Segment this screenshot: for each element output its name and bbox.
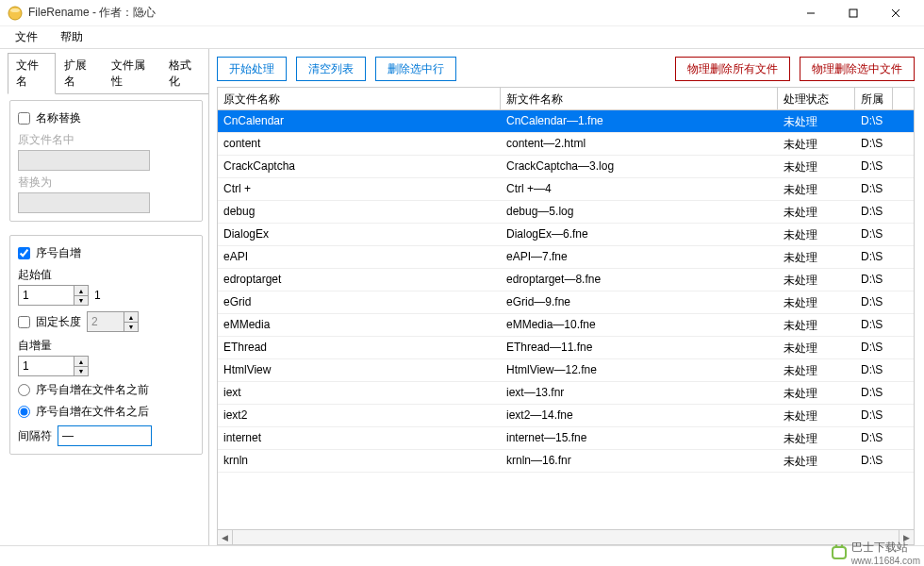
cell-new: eAPI—7.fne: [501, 246, 778, 268]
table-row[interactable]: eGrideGrid—9.fne未处理D:\S: [218, 291, 914, 314]
cell-status: 未处理: [778, 405, 855, 426]
table-row[interactable]: CnCalendarCnCalendar—1.fne未处理D:\S: [218, 110, 914, 133]
cell-dir: D:\S: [855, 246, 893, 268]
tab-format[interactable]: 格式化: [160, 53, 208, 94]
cell-old: eGrid: [218, 291, 501, 313]
cell-old: DialogEx: [218, 224, 501, 245]
fixed-length-checkbox-input[interactable]: [18, 316, 30, 328]
table-row[interactable]: iextiext—13.fnr未处理D:\S: [218, 382, 914, 405]
start-value-input[interactable]: [18, 285, 74, 306]
delete-selected-button[interactable]: 删除选中行: [375, 57, 456, 81]
minimize-button[interactable]: [789, 0, 832, 26]
table-row[interactable]: iext2iext2—14.fne未处理D:\S: [218, 405, 914, 427]
tab-filename[interactable]: 文件名: [8, 53, 56, 94]
table-row[interactable]: CrackCaptchaCrackCaptcha—3.log未处理D:\S: [218, 156, 914, 178]
cell-new: edroptarget—8.fne: [501, 269, 778, 291]
cell-old: debug: [218, 201, 501, 223]
sequence-checkbox[interactable]: 序号自增: [18, 245, 194, 261]
cell-status: 未处理: [778, 359, 855, 381]
sidebar-tabs: 文件名 扩展名 文件属性 格式化: [8, 53, 208, 94]
start-value-down[interactable]: ▼: [74, 295, 89, 306]
start-value-label: 起始值: [18, 267, 194, 283]
increment-input[interactable]: [18, 356, 74, 376]
status-bar: [0, 545, 924, 566]
table-row[interactable]: debugdebug—5.log未处理D:\S: [218, 201, 914, 224]
cell-dir: D:\S: [855, 110, 893, 132]
fixed-length-checkbox[interactable]: 固定长度: [18, 314, 81, 330]
watermark-icon: [831, 544, 848, 561]
cell-status: 未处理: [778, 224, 855, 245]
cell-dir: D:\S: [855, 156, 893, 177]
start-button[interactable]: 开始处理: [217, 57, 287, 81]
maximize-button[interactable]: [832, 0, 874, 26]
table-row[interactable]: edroptargetedroptarget—8.fne未处理D:\S: [218, 269, 914, 291]
cell-dir: D:\S: [855, 133, 893, 155]
table-row[interactable]: contentcontent—2.html未处理D:\S: [218, 133, 914, 156]
table-header: 原文件名称 新文件名称 处理状态 所属: [218, 88, 914, 110]
close-button[interactable]: [874, 0, 916, 26]
tab-attributes[interactable]: 文件属性: [103, 53, 160, 94]
tab-extension[interactable]: 扩展名: [56, 53, 104, 94]
radio-after[interactable]: 序号自增在文件名之后: [18, 404, 194, 420]
radio-before[interactable]: 序号自增在文件名之前: [18, 382, 194, 398]
th-old[interactable]: 原文件名称: [218, 88, 501, 109]
cell-new: krnln—16.fnr: [501, 450, 778, 472]
separator-input[interactable]: [58, 425, 152, 446]
svg-rect-6: [833, 547, 846, 558]
radio-before-label: 序号自增在文件名之前: [36, 382, 149, 398]
table-row[interactable]: eMMediaeMMedia—10.fne未处理D:\S: [218, 314, 914, 337]
table-row[interactable]: DialogExDialogEx—6.fne未处理D:\S: [218, 224, 914, 246]
menu-file[interactable]: 文件: [6, 27, 47, 47]
cell-old: internet: [218, 427, 501, 449]
table-row[interactable]: Ctrl +Ctrl +—4未处理D:\S: [218, 178, 914, 201]
svg-rect-3: [850, 9, 857, 17]
cell-status: 未处理: [778, 314, 855, 336]
th-new[interactable]: 新文件名称: [501, 88, 778, 109]
cell-old: CnCalendar: [218, 110, 501, 132]
cell-old: iext2: [218, 405, 501, 426]
svg-point-7: [834, 544, 836, 546]
replace-from-label: 原文件名中: [18, 132, 194, 148]
cell-old: krnln: [218, 450, 501, 472]
clear-button[interactable]: 清空列表: [296, 57, 366, 81]
horizontal-scrollbar[interactable]: ◀ ▶: [218, 529, 914, 544]
replace-to-label: 替换为: [18, 175, 194, 191]
sequence-checkbox-input[interactable]: [18, 247, 30, 259]
cell-dir: D:\S: [855, 269, 893, 291]
cell-new: eMMedia—10.fne: [501, 314, 778, 336]
menu-help[interactable]: 帮助: [51, 27, 92, 47]
table-row[interactable]: internetinternet—15.fne未处理D:\S: [218, 427, 914, 450]
cell-old: eAPI: [218, 246, 501, 268]
cell-old: HtmlView: [218, 359, 501, 381]
replace-checkbox-label: 名称替换: [36, 110, 81, 126]
cell-old: eMMedia: [218, 314, 501, 336]
cell-new: iext2—14.fne: [501, 405, 778, 426]
table-row[interactable]: HtmlViewHtmlView—12.fne未处理D:\S: [218, 359, 914, 382]
cell-new: CnCalendar—1.fne: [501, 110, 778, 132]
cell-dir: D:\S: [855, 382, 893, 404]
delete-selected-phys-button[interactable]: 物理删除选中文件: [800, 57, 915, 81]
cell-new: CrackCaptcha—3.log: [501, 156, 778, 177]
table-row[interactable]: EThreadEThread—11.fne未处理D:\S: [218, 337, 914, 359]
sequence-group: 序号自增 起始值 ▲ ▼ 1 固定长度: [9, 235, 203, 455]
start-value-up[interactable]: ▲: [74, 285, 89, 295]
replace-checkbox-input[interactable]: [18, 112, 30, 125]
cell-dir: D:\S: [855, 405, 893, 426]
increment-up[interactable]: ▲: [74, 356, 89, 366]
th-dir[interactable]: 所属: [855, 88, 893, 109]
table-row[interactable]: krnlnkrnln—16.fnr未处理D:\S: [218, 450, 914, 473]
replace-checkbox[interactable]: 名称替换: [18, 110, 194, 126]
toolbar: 开始处理 清空列表 删除选中行 物理删除所有文件 物理删除选中文件: [217, 57, 915, 81]
cell-status: 未处理: [778, 178, 855, 200]
cell-new: HtmlView—12.fne: [501, 359, 778, 381]
table-row[interactable]: eAPIeAPI—7.fne未处理D:\S: [218, 246, 914, 269]
replace-group: 名称替换 原文件名中 替换为: [9, 100, 203, 222]
radio-before-input[interactable]: [18, 384, 30, 396]
increment-down[interactable]: ▼: [74, 366, 89, 376]
radio-after-input[interactable]: [18, 406, 30, 418]
scroll-left-icon[interactable]: ◀: [218, 530, 233, 545]
delete-all-phys-button[interactable]: 物理删除所有文件: [675, 57, 790, 81]
cell-new: debug—5.log: [501, 201, 778, 223]
cell-dir: D:\S: [855, 337, 893, 358]
th-status[interactable]: 处理状态: [778, 88, 855, 109]
